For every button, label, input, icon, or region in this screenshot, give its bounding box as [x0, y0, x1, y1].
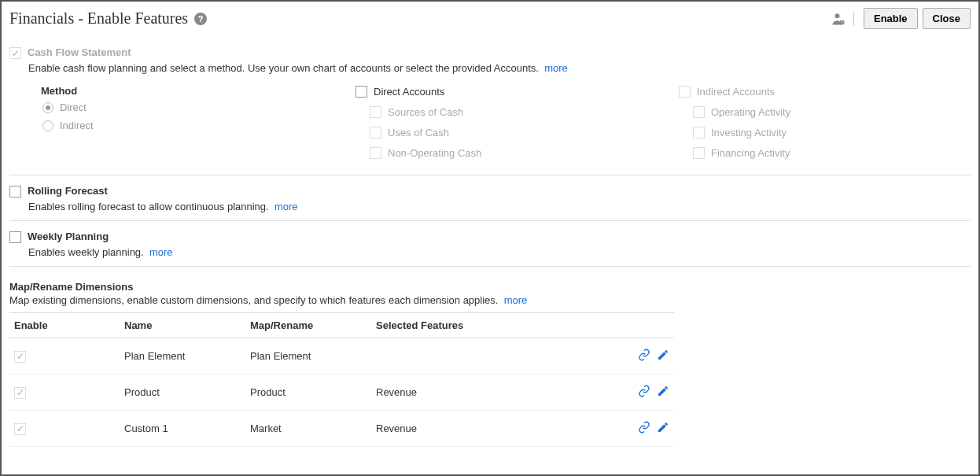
cell-map: Product [245, 375, 371, 411]
feature-weekly-title: Weekly Planning [28, 231, 109, 242]
label-sources: Sources of Cash [388, 106, 463, 118]
radio-indirect: Indirect [42, 120, 324, 131]
checkbox-investing-row: Investing Activity [693, 126, 971, 138]
content-area: Cash Flow Statement Enable cash flow pla… [2, 37, 978, 474]
feature-rolling-head: Rolling Forecast [9, 185, 971, 197]
checkbox-nonop [370, 147, 381, 159]
cell-features: Revenue [371, 411, 611, 447]
radio-indirect-input [42, 120, 53, 131]
feature-cashflow: Cash Flow Statement Enable cash flow pla… [9, 37, 971, 175]
dimensions-title: Map/Rename Dimensions [9, 281, 971, 293]
cell-name: Custom 1 [120, 411, 245, 447]
label-indirect-accounts: Indirect Accounts [697, 86, 775, 98]
checkbox-operating-row: Operating Activity [693, 105, 971, 118]
direct-accounts-column: Direct Accounts Sources of Cash Uses of … [356, 85, 647, 167]
cell-name: Plan Element [120, 338, 245, 375]
label-uses: Uses of Cash [388, 127, 449, 138]
cell-map: Market [245, 411, 371, 447]
checkbox-weekly[interactable] [9, 231, 21, 243]
label-financing: Financing Activity [711, 147, 790, 159]
feature-weekly-head: Weekly Planning [9, 231, 971, 243]
cell-features: Revenue [371, 375, 611, 411]
svg-point-0 [834, 13, 839, 18]
more-link-rolling[interactable]: more [274, 201, 298, 212]
table-row: ProductProductRevenue [9, 375, 674, 411]
checkbox-uses-row: Uses of Cash [370, 126, 647, 138]
checkbox-nonop-row: Non-Operating Cash [370, 146, 647, 159]
feature-cashflow-head: Cash Flow Statement [9, 46, 971, 59]
table-row: Custom 1MarketRevenue [9, 411, 674, 447]
checkbox-dim-enable [14, 387, 26, 399]
feature-weekly-desc: Enables weekly planning. more [28, 246, 971, 258]
checkbox-rolling[interactable] [9, 186, 21, 197]
checkbox-cashflow [9, 47, 21, 59]
checkbox-dim-enable [14, 351, 26, 363]
th-map: Map/Rename [245, 313, 371, 338]
checkbox-indirect-accounts [679, 86, 691, 98]
feature-rolling-title: Rolling Forecast [28, 185, 108, 197]
table-row: Plan ElementPlan Element [9, 338, 674, 375]
link-icon[interactable] [638, 385, 650, 400]
more-link-weekly[interactable]: more [149, 246, 173, 258]
checkbox-sources [370, 106, 381, 118]
th-name: Name [120, 313, 245, 338]
th-enable: Enable [9, 313, 120, 338]
checkbox-uses [370, 127, 381, 138]
table-header-row: Enable Name Map/Rename Selected Features [9, 313, 674, 338]
indirect-accounts-column: Indirect Accounts Operating Activity Inv… [679, 85, 971, 167]
checkbox-direct-accounts-row: Direct Accounts [356, 85, 647, 98]
cashflow-subsection: Method Direct Indirect Direct Accounts [41, 85, 971, 167]
feature-cashflow-desc-text: Enable cash flow planning and select a m… [28, 62, 539, 74]
feature-cashflow-title: Cash Flow Statement [28, 46, 131, 58]
feature-rolling-desc-text: Enables rolling forecast to allow contin… [28, 201, 269, 212]
checkbox-investing [693, 127, 705, 138]
label-operating: Operating Activity [711, 106, 790, 118]
header-left: Financials - Enable Features ? [9, 9, 207, 28]
feature-rolling: Rolling Forecast Enables rolling forecas… [9, 175, 971, 221]
dimensions-desc: Map existing dimensions, enable custom d… [9, 294, 971, 306]
feature-cashflow-desc: Enable cash flow planning and select a m… [28, 62, 971, 74]
page-header: Financials - Enable Features ? Enable Cl… [2, 2, 978, 37]
method-label: Method [41, 85, 324, 97]
checkbox-operating [693, 106, 705, 118]
th-features: Selected Features [371, 313, 611, 338]
more-link-cashflow[interactable]: more [544, 62, 568, 74]
radio-indirect-label: Indirect [60, 120, 94, 131]
feature-weekly: Weekly Planning Enables weekly planning.… [9, 221, 971, 267]
edit-icon[interactable] [657, 421, 669, 436]
method-column: Method Direct Indirect [41, 85, 324, 167]
th-actions [611, 313, 674, 338]
edit-icon[interactable] [657, 385, 669, 400]
help-icon[interactable]: ? [194, 13, 207, 25]
radio-direct: Direct [42, 101, 324, 113]
feature-rolling-desc: Enables rolling forecast to allow contin… [28, 201, 971, 212]
dimensions-section: Map/Rename Dimensions Map existing dimen… [9, 281, 971, 447]
more-link-dimensions[interactable]: more [504, 294, 528, 306]
link-icon[interactable] [638, 349, 650, 363]
dimensions-desc-text: Map existing dimensions, enable custom d… [9, 294, 498, 306]
page-title: Financials - Enable Features [9, 9, 188, 28]
edit-icon[interactable] [657, 349, 669, 363]
cell-map: Plan Element [245, 338, 371, 375]
cell-name: Product [120, 375, 245, 411]
radio-direct-input [42, 102, 53, 113]
dimensions-table: Enable Name Map/Rename Selected Features… [9, 312, 674, 447]
user-settings-icon[interactable] [831, 12, 854, 26]
enable-button[interactable]: Enable [864, 8, 918, 29]
label-nonop: Non-Operating Cash [388, 147, 481, 159]
label-direct-accounts: Direct Accounts [374, 86, 444, 98]
checkbox-sources-row: Sources of Cash [370, 105, 647, 118]
cell-features [371, 338, 611, 375]
checkbox-financing [693, 147, 705, 159]
close-button[interactable]: Close [923, 8, 971, 29]
checkbox-direct-accounts[interactable] [356, 86, 367, 98]
link-icon[interactable] [638, 421, 650, 436]
feature-weekly-desc-text: Enables weekly planning. [28, 246, 144, 258]
checkbox-indirect-accounts-row: Indirect Accounts [679, 85, 971, 98]
checkbox-financing-row: Financing Activity [693, 146, 971, 159]
radio-direct-label: Direct [60, 101, 87, 113]
label-investing: Investing Activity [711, 127, 787, 138]
header-right: Enable Close [831, 8, 971, 29]
checkbox-dim-enable [14, 423, 26, 435]
